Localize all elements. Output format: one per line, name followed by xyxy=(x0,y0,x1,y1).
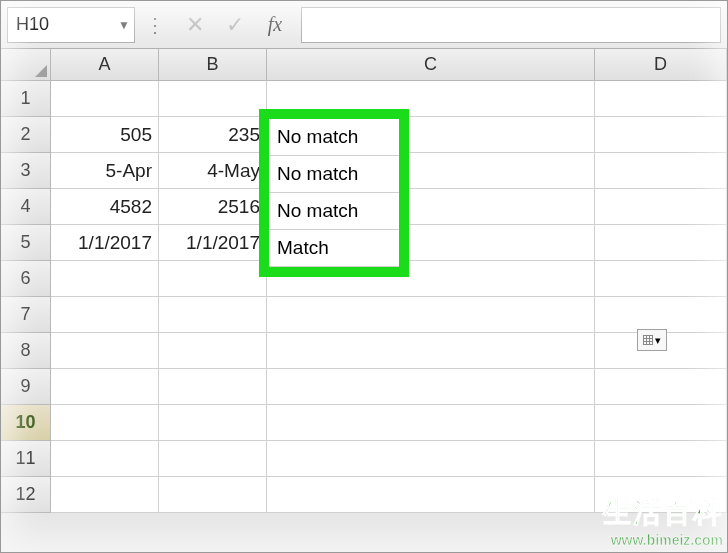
formula-bar-separator-icon: ⋮ xyxy=(145,13,165,37)
cell[interactable] xyxy=(595,297,727,333)
insert-function-button[interactable]: fx xyxy=(255,7,295,43)
cell[interactable]: 1/1/2017 xyxy=(51,225,159,261)
cell[interactable] xyxy=(51,297,159,333)
cell[interactable]: 505 xyxy=(51,117,159,153)
cell[interactable] xyxy=(595,81,727,117)
cell[interactable] xyxy=(159,261,267,297)
cell[interactable]: No match xyxy=(269,119,399,156)
cell[interactable] xyxy=(51,333,159,369)
row-head-7[interactable]: 7 xyxy=(1,297,51,333)
cell[interactable] xyxy=(595,405,727,441)
cell[interactable]: 4-May xyxy=(159,153,267,189)
row-8: 8 xyxy=(1,333,727,369)
col-head-C[interactable]: C xyxy=(267,49,595,81)
cell[interactable] xyxy=(51,477,159,513)
formula-bar-area: H10 ▼ ⋮ ✕ ✓ fx xyxy=(1,1,727,49)
cell[interactable] xyxy=(267,369,595,405)
row-1: 1 xyxy=(1,81,727,117)
col-head-A[interactable]: A xyxy=(51,49,159,81)
name-box-dropdown-icon[interactable]: ▼ xyxy=(118,18,130,32)
cancel-formula-button[interactable]: ✕ xyxy=(175,7,215,43)
cell[interactable] xyxy=(267,441,595,477)
cell[interactable] xyxy=(267,477,595,513)
cell[interactable] xyxy=(159,81,267,117)
column-header-row: A B C D xyxy=(1,49,727,81)
name-box[interactable]: H10 ▼ xyxy=(7,7,135,43)
row-9: 9 xyxy=(1,369,727,405)
cell[interactable]: 4582 xyxy=(51,189,159,225)
cell[interactable] xyxy=(267,333,595,369)
cell[interactable] xyxy=(51,405,159,441)
accept-formula-button[interactable]: ✓ xyxy=(215,7,255,43)
row-7: 7 xyxy=(1,297,727,333)
autofill-grid-icon xyxy=(643,335,653,345)
watermark-title: 生活百科 xyxy=(603,494,723,532)
cell[interactable]: 2516 xyxy=(159,189,267,225)
cell[interactable] xyxy=(595,189,727,225)
cell[interactable] xyxy=(51,369,159,405)
row-head-9[interactable]: 9 xyxy=(1,369,51,405)
cell[interactable]: No match xyxy=(269,156,399,193)
cell[interactable] xyxy=(595,261,727,297)
cell[interactable]: 5-Apr xyxy=(51,153,159,189)
row-head-1[interactable]: 1 xyxy=(1,81,51,117)
watermark: 生活百科 www.bimeiz.com xyxy=(603,494,723,548)
cell[interactable] xyxy=(159,441,267,477)
cell[interactable] xyxy=(51,441,159,477)
cell[interactable] xyxy=(267,405,595,441)
cell[interactable]: Match xyxy=(269,230,399,267)
watermark-url: www.bimeiz.com xyxy=(603,532,723,548)
row-head-11[interactable]: 11 xyxy=(1,441,51,477)
row-head-2[interactable]: 2 xyxy=(1,117,51,153)
chevron-down-icon: ▾ xyxy=(655,334,661,347)
select-all-corner[interactable] xyxy=(1,49,51,81)
cell[interactable] xyxy=(267,81,595,117)
cell[interactable] xyxy=(267,297,595,333)
cell[interactable]: No match xyxy=(269,193,399,230)
cell[interactable] xyxy=(159,477,267,513)
cell[interactable] xyxy=(159,369,267,405)
cell[interactable] xyxy=(51,261,159,297)
cell[interactable] xyxy=(159,297,267,333)
highlighted-range-overlay: No match No match No match Match xyxy=(269,119,399,267)
cell[interactable] xyxy=(595,225,727,261)
row-head-5[interactable]: 5 xyxy=(1,225,51,261)
row-head-3[interactable]: 3 xyxy=(1,153,51,189)
row-head-8[interactable]: 8 xyxy=(1,333,51,369)
cell[interactable]: 1/1/2017 xyxy=(159,225,267,261)
row-11: 11 xyxy=(1,441,727,477)
cell[interactable] xyxy=(595,117,727,153)
cell[interactable] xyxy=(159,405,267,441)
cell[interactable] xyxy=(51,81,159,117)
row-head-12[interactable]: 12 xyxy=(1,477,51,513)
row-head-6[interactable]: 6 xyxy=(1,261,51,297)
autofill-options-button[interactable]: ▾ xyxy=(637,329,667,351)
row-head-10[interactable]: 10 xyxy=(1,405,51,441)
cell[interactable] xyxy=(595,153,727,189)
cell[interactable] xyxy=(595,369,727,405)
cell[interactable]: 235 xyxy=(159,117,267,153)
row-10: 10 xyxy=(1,405,727,441)
row-head-4[interactable]: 4 xyxy=(1,189,51,225)
col-head-B[interactable]: B xyxy=(159,49,267,81)
cell[interactable] xyxy=(595,441,727,477)
spreadsheet-grid: A B C D 1 2 505 235 3 5-Apr 4-May 4 4582… xyxy=(1,49,727,513)
cell[interactable] xyxy=(159,333,267,369)
formula-input[interactable] xyxy=(301,7,721,43)
name-box-value: H10 xyxy=(16,14,49,35)
col-head-D[interactable]: D xyxy=(595,49,727,81)
